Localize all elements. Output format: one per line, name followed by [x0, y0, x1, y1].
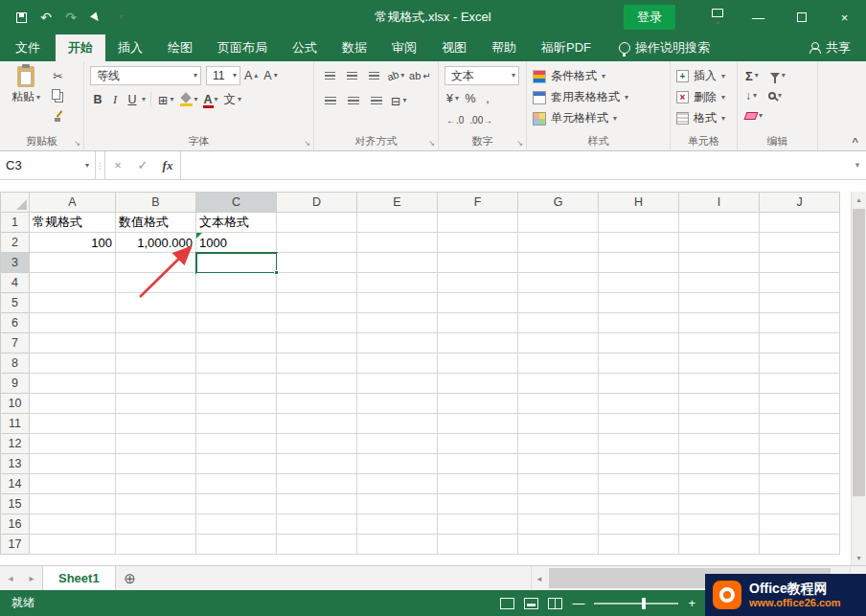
- cell-D7[interactable]: [277, 333, 357, 354]
- cell-A3[interactable]: [30, 253, 116, 273]
- cell-J3[interactable]: [760, 253, 840, 273]
- cell-A8[interactable]: [30, 354, 116, 374]
- cell-H1[interactable]: [599, 213, 679, 233]
- cell-A5[interactable]: [30, 293, 116, 313]
- cell-A1[interactable]: 常规格式: [30, 213, 116, 233]
- font-color-button[interactable]: A▾: [202, 90, 220, 109]
- cell-I2[interactable]: [679, 233, 760, 253]
- row-header-10[interactable]: 10: [1, 394, 30, 414]
- phonetic-guide-button[interactable]: 文▾: [222, 90, 244, 109]
- cell-C17[interactable]: [196, 535, 277, 555]
- orientation-button[interactable]: ab▾: [386, 66, 406, 85]
- cell-D4[interactable]: [277, 273, 357, 293]
- close-button[interactable]: ×: [823, 0, 866, 34]
- cell-B3[interactable]: [116, 253, 196, 273]
- cell-C1[interactable]: 文本格式: [196, 213, 277, 233]
- cell-E4[interactable]: [357, 273, 438, 293]
- cell-E9[interactable]: [357, 374, 438, 394]
- cell-C9[interactable]: [196, 374, 277, 394]
- insert-cells-button[interactable]: + 插入 ▾: [676, 66, 731, 86]
- row-header-11[interactable]: 11: [1, 414, 30, 434]
- cell-D17[interactable]: [277, 535, 357, 555]
- cell-B7[interactable]: [116, 333, 196, 354]
- cell-F1[interactable]: [438, 213, 518, 233]
- cell-G5[interactable]: [518, 293, 599, 313]
- row-header-16[interactable]: 16: [1, 514, 30, 535]
- cell-F4[interactable]: [438, 273, 518, 293]
- cell-J6[interactable]: [760, 313, 840, 333]
- cell-H11[interactable]: [599, 414, 679, 434]
- cell-C5[interactable]: [196, 293, 277, 313]
- align-right-button[interactable]: [366, 91, 387, 110]
- decrease-decimal-button[interactable]: .00→: [467, 110, 494, 129]
- cell-H6[interactable]: [599, 313, 679, 333]
- column-header-F[interactable]: F: [438, 193, 518, 213]
- row-header-13[interactable]: 13: [1, 454, 30, 474]
- comma-style-button[interactable]: ,: [480, 89, 495, 108]
- cell-D12[interactable]: [277, 434, 357, 454]
- cell-B15[interactable]: [116, 494, 196, 514]
- ribbon-tab-5[interactable]: 数据: [330, 34, 379, 61]
- row-header-12[interactable]: 12: [1, 434, 30, 454]
- cell-E15[interactable]: [357, 494, 438, 514]
- cell-B8[interactable]: [116, 354, 196, 374]
- find-select-button[interactable]: ▾: [766, 86, 784, 105]
- ribbon-tab-3[interactable]: 页面布局: [205, 34, 280, 61]
- cell-E14[interactable]: [357, 474, 438, 494]
- cell-I7[interactable]: [679, 333, 760, 354]
- cell-H7[interactable]: [599, 333, 679, 354]
- cell-G7[interactable]: [518, 333, 599, 354]
- cell-A10[interactable]: [30, 394, 116, 414]
- grow-font-button[interactable]: A▴: [242, 66, 260, 85]
- cell-B9[interactable]: [116, 374, 196, 394]
- cell-D5[interactable]: [277, 293, 357, 313]
- cell-I16[interactable]: [679, 514, 760, 535]
- ribbon-tab-0[interactable]: 开始: [56, 34, 105, 61]
- align-top-button[interactable]: [320, 66, 340, 85]
- ribbon-tab-2[interactable]: 绘图: [155, 34, 205, 61]
- number-dialog-launcher[interactable]: ↘: [516, 140, 523, 148]
- scroll-up-arrow[interactable]: ▴: [852, 192, 866, 207]
- cell-F7[interactable]: [438, 333, 518, 354]
- cell-B5[interactable]: [116, 293, 196, 313]
- cell-C14[interactable]: [196, 474, 277, 494]
- sheet-nav-left-arrow[interactable]: ◂: [0, 566, 21, 590]
- sheet-tab-sheet1[interactable]: Sheet1: [42, 566, 116, 590]
- name-box-caret-icon[interactable]: ▾: [85, 162, 89, 170]
- cell-H15[interactable]: [599, 494, 679, 514]
- column-header-C[interactable]: C: [196, 193, 277, 213]
- cell-F17[interactable]: [438, 535, 518, 555]
- accounting-format-button[interactable]: ¥▾: [444, 89, 461, 108]
- cell-C3[interactable]: [196, 253, 277, 273]
- cell-E2[interactable]: [357, 233, 438, 253]
- cell-H10[interactable]: [599, 394, 679, 414]
- cell-F9[interactable]: [438, 374, 518, 394]
- cell-I8[interactable]: [679, 354, 760, 374]
- alignment-dialog-launcher[interactable]: ↘: [428, 140, 435, 148]
- cell-F8[interactable]: [438, 354, 518, 374]
- font-dialog-launcher[interactable]: ↘: [304, 140, 310, 148]
- cell-H14[interactable]: [599, 474, 679, 494]
- tab-file[interactable]: 文件: [0, 34, 56, 61]
- cell-B17[interactable]: [116, 535, 196, 555]
- cell-G2[interactable]: [518, 233, 599, 253]
- cell-A15[interactable]: [30, 494, 116, 514]
- cell-I4[interactable]: [679, 273, 760, 293]
- cell-J8[interactable]: [760, 354, 840, 374]
- cell-G11[interactable]: [518, 414, 599, 434]
- column-header-E[interactable]: E: [357, 193, 438, 213]
- format-cells-button[interactable]: 格式 ▾: [676, 108, 731, 128]
- cell-G16[interactable]: [518, 514, 599, 535]
- ribbon-tab-1[interactable]: 插入: [105, 34, 155, 61]
- cell-D1[interactable]: [277, 213, 357, 233]
- cell-H9[interactable]: [599, 374, 679, 394]
- cut-button[interactable]: ✂: [50, 66, 66, 85]
- save-button[interactable]: [10, 6, 33, 29]
- cell-I13[interactable]: [679, 454, 760, 474]
- cell-J14[interactable]: [760, 474, 840, 494]
- cell-G12[interactable]: [518, 434, 599, 454]
- cell-C7[interactable]: [196, 333, 277, 354]
- maximize-button[interactable]: [780, 0, 823, 34]
- zoom-out-button[interactable]: —: [572, 596, 584, 610]
- cell-A6[interactable]: [30, 313, 116, 333]
